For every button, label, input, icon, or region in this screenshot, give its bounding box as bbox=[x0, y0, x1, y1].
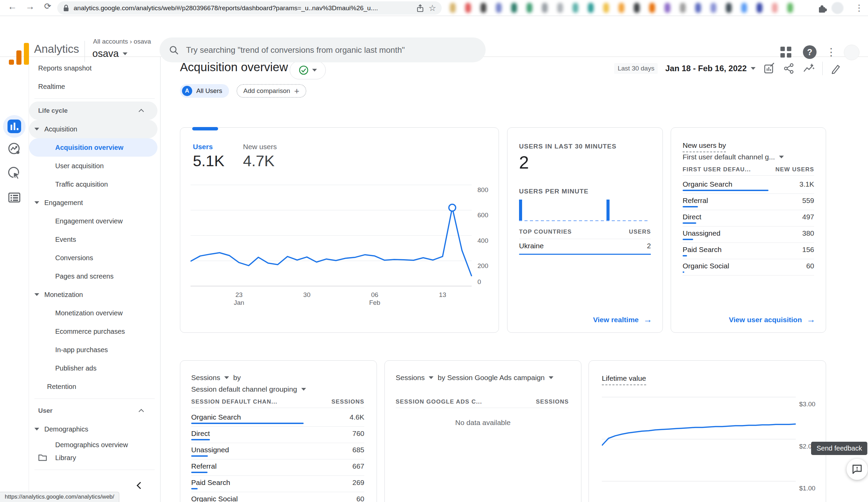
sidebar-item-library[interactable]: Library bbox=[29, 449, 157, 467]
sidebar-item-traffic-acquisition[interactable]: Traffic acquisition bbox=[29, 175, 157, 194]
extension-icon[interactable] bbox=[511, 3, 517, 13]
sidebar-item-demographics[interactable]: Demographics bbox=[29, 420, 157, 438]
all-users-chip[interactable]: A All Users bbox=[180, 84, 229, 98]
sidebar-item-demographics-overview[interactable]: Demographics overview bbox=[29, 438, 157, 449]
metric-tab-users[interactable]: Users bbox=[193, 143, 213, 151]
report-status-badge[interactable] bbox=[290, 61, 326, 79]
table-row[interactable]: Paid Search156 bbox=[683, 243, 814, 259]
sidebar-item-user[interactable]: User bbox=[29, 401, 157, 420]
extension-icon[interactable] bbox=[680, 3, 686, 13]
url-bar[interactable]: analytics.google.com/analytics/web/#/p28… bbox=[57, 1, 442, 15]
table-row[interactable]: Unassigned380 bbox=[683, 227, 814, 243]
sidebar-item-publisher-ads[interactable]: Publisher ads bbox=[29, 359, 157, 377]
sidebar-item-pages-and-screens[interactable]: Pages and screens bbox=[29, 267, 157, 285]
metric-dropdown[interactable]: Sessions by Session Google Ads campaign bbox=[396, 374, 554, 382]
extensions-puzzle-icon[interactable] bbox=[817, 3, 827, 14]
table-row[interactable]: Paid Search269 bbox=[191, 476, 364, 492]
account-switcher[interactable]: osava bbox=[92, 48, 127, 59]
extension-icon[interactable] bbox=[496, 3, 502, 13]
date-range-picker[interactable]: Jan 18 - Feb 16, 2022 bbox=[665, 64, 755, 73]
table-row[interactable]: Organic Social60 bbox=[191, 492, 364, 502]
table-row[interactable]: Direct497 bbox=[683, 210, 814, 227]
row-label: Organic Social bbox=[191, 495, 238, 502]
configure-icon[interactable] bbox=[8, 191, 21, 204]
extension-icon[interactable] bbox=[726, 3, 732, 13]
share-page-icon[interactable] bbox=[416, 4, 425, 13]
users-per-minute-chart[interactable] bbox=[519, 199, 650, 222]
bookmark-star-icon[interactable]: ☆ bbox=[429, 3, 436, 13]
rail-reports-active[interactable] bbox=[3, 115, 25, 138]
users-line-chart[interactable]: 800600400200023Jan3006Feb13 bbox=[190, 182, 490, 318]
extension-icon[interactable] bbox=[695, 3, 701, 13]
user-avatar[interactable] bbox=[844, 45, 859, 60]
chevron-down-icon bbox=[549, 376, 554, 379]
table-row[interactable]: Unassigned685 bbox=[191, 443, 364, 459]
advertising-icon[interactable] bbox=[8, 166, 21, 180]
dimension-dropdown[interactable]: First user default channel g... bbox=[683, 153, 784, 161]
extension-icon[interactable] bbox=[527, 3, 532, 13]
metric-tab-new-users[interactable]: New users bbox=[243, 143, 277, 151]
view-user-acquisition-link[interactable]: View user acquisition → bbox=[729, 314, 816, 325]
insights-icon[interactable] bbox=[803, 62, 815, 75]
extension-icon[interactable] bbox=[787, 3, 793, 13]
help-icon[interactable]: ? bbox=[803, 45, 817, 59]
sidebar-item-monetization-overview[interactable]: Monetization overview bbox=[29, 304, 157, 322]
header-menu-icon[interactable]: ⋮ bbox=[826, 46, 836, 58]
sidebar-item-engagement-overview[interactable]: Engagement overview bbox=[29, 212, 157, 230]
sidebar-item-realtime[interactable]: Realtime bbox=[29, 77, 157, 96]
breadcrumb[interactable]: All accounts › osava bbox=[93, 38, 151, 45]
extension-icon[interactable] bbox=[619, 3, 624, 13]
sidebar-item-reports-snapshot[interactable]: Reports snapshot bbox=[29, 59, 157, 77]
table-row[interactable]: Organic Social60 bbox=[683, 259, 814, 275]
sidebar-item-user-acquisition[interactable]: User acquisition bbox=[29, 157, 157, 175]
table-row[interactable]: Organic Search3.1K bbox=[683, 177, 814, 194]
forward-icon[interactable]: → bbox=[22, 1, 38, 12]
table-row[interactable]: Organic Search4.6K bbox=[191, 410, 364, 427]
add-comparison-chip[interactable]: Add comparison + bbox=[237, 84, 306, 98]
sidebar-item-ecommerce-purchases[interactable]: Ecommerce purchases bbox=[29, 322, 157, 341]
extension-icon[interactable] bbox=[450, 3, 456, 13]
sidebar-item-in-app-purchases[interactable]: In-app purchases bbox=[29, 341, 157, 359]
extension-icon[interactable] bbox=[741, 3, 747, 13]
edit-pencil-icon[interactable] bbox=[830, 63, 842, 74]
extension-icon[interactable] bbox=[542, 3, 548, 13]
table-row[interactable]: Referral667 bbox=[191, 459, 364, 476]
extension-icon[interactable] bbox=[480, 3, 486, 13]
lifetime-value-chart[interactable]: $3.00$2.00$1.00 bbox=[602, 394, 822, 502]
share-icon[interactable] bbox=[783, 62, 795, 75]
extension-icon[interactable] bbox=[649, 3, 655, 13]
browser-menu-icon[interactable]: ⋮ bbox=[855, 3, 864, 13]
extension-icon[interactable] bbox=[465, 3, 471, 13]
customize-report-icon[interactable] bbox=[763, 62, 775, 75]
sidebar-item-events[interactable]: Events bbox=[29, 230, 157, 249]
metric-dropdown[interactable]: Sessions by bbox=[191, 374, 241, 382]
sidebar-item-engagement[interactable]: Engagement bbox=[29, 194, 157, 212]
sidebar-item-retention[interactable]: Retention bbox=[29, 377, 157, 396]
extension-icon[interactable] bbox=[634, 3, 640, 13]
extension-icon[interactable] bbox=[772, 3, 778, 13]
extension-icon[interactable] bbox=[756, 3, 762, 13]
extension-icon[interactable] bbox=[711, 3, 716, 13]
sidebar-item-monetization[interactable]: Monetization bbox=[29, 285, 157, 304]
search-bar[interactable]: Try searching "trend of conversions from… bbox=[159, 38, 486, 62]
table-row[interactable]: Referral559 bbox=[683, 194, 814, 210]
extension-icon[interactable] bbox=[664, 3, 670, 13]
table-row[interactable]: Ukraine2 bbox=[519, 239, 651, 255]
extension-icon[interactable] bbox=[603, 3, 609, 13]
back-icon[interactable]: ← bbox=[5, 1, 20, 12]
table-row[interactable]: Direct760 bbox=[191, 427, 364, 443]
extension-icon[interactable] bbox=[557, 3, 563, 13]
feedback-button[interactable] bbox=[847, 459, 868, 480]
explore-icon[interactable] bbox=[8, 142, 21, 156]
sidebar-item-acquisition-overview[interactable]: Acquisition overview bbox=[29, 138, 157, 157]
browser-avatar[interactable] bbox=[831, 2, 844, 14]
extension-icon[interactable] bbox=[572, 3, 578, 13]
sidebar-item-conversions[interactable]: Conversions bbox=[29, 249, 157, 267]
dimension-dropdown[interactable]: Session default channel grouping bbox=[191, 385, 306, 393]
view-realtime-link[interactable]: View realtime → bbox=[593, 314, 652, 325]
apps-grid-icon[interactable] bbox=[781, 47, 792, 58]
sidebar-item-acquisition[interactable]: Acquisition bbox=[29, 120, 157, 138]
reload-icon[interactable]: ⟳ bbox=[40, 1, 55, 11]
extension-icon[interactable] bbox=[588, 3, 594, 13]
sidebar-item-life-cycle[interactable]: Life cycle bbox=[29, 102, 157, 120]
